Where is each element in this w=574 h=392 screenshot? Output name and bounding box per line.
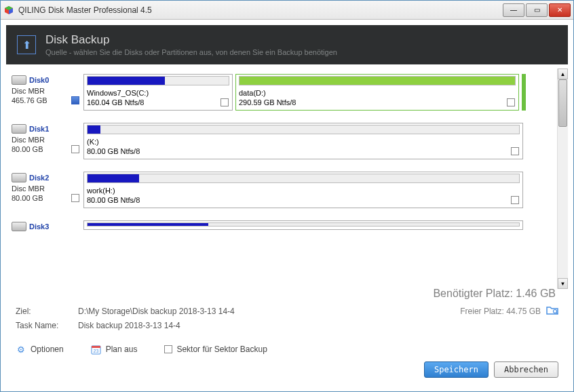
partition-checkbox[interactable]: [511, 196, 519, 204]
app-window: QILING Disk Master Professional 4.5 — ▭ …: [0, 0, 574, 392]
disk-info: Disk0Disc MBR465.76 GB: [12, 74, 79, 111]
partition-label: work(H:): [87, 186, 520, 195]
partition-usage-bar: [87, 125, 520, 134]
disk-type: Disc MBR: [12, 86, 79, 96]
content: ⬆ Disk Backup Quelle - wählen Sie die Di…: [1, 20, 573, 391]
disk-name: Disk1: [29, 125, 49, 133]
checkbox-icon: [164, 345, 172, 353]
disk-name: Disk0: [29, 76, 49, 84]
disk-checkbox[interactable]: [71, 145, 79, 153]
app-icon: [3, 5, 14, 16]
disk-list-wrap: Disk0Disc MBR465.76 GBWindows7_OS(C:)160…: [6, 68, 568, 289]
partition-label: Windows7_OS(C:): [87, 88, 229, 98]
minimize-button[interactable]: —: [503, 3, 524, 17]
ziel-label: Ziel:: [16, 307, 78, 316]
partition-checkbox[interactable]: [507, 98, 515, 106]
options-link[interactable]: ⚙ Optionen: [16, 344, 64, 355]
partition[interactable]: data(D:)290.59 GB Ntfs/8: [235, 74, 519, 111]
task-value[interactable]: Disk backup 2018-3-13 14-4: [78, 321, 558, 330]
disk-name: Disk2: [29, 174, 49, 182]
task-label: Task Name:: [16, 321, 78, 330]
backup-icon: ⬆: [17, 35, 36, 54]
disk-size: 80.00 GB: [12, 144, 43, 154]
disk-info: Disk2Disc MBR80.00 GB: [12, 172, 79, 208]
partition-list: [83, 220, 557, 233]
disk-type: Disc MBR: [12, 135, 79, 144]
task-row: Task Name: Disk backup 2018-3-13 14-4: [16, 321, 558, 330]
footer: Ziel: D:\My Storage\Disk backup 2018-3-1…: [6, 300, 568, 337]
svg-rect-6: [92, 346, 100, 348]
required-space-label: Benötigter Platz:: [433, 288, 512, 299]
scroll-up-button[interactable]: ▲: [558, 68, 568, 79]
browse-folder-icon[interactable]: [546, 305, 558, 317]
partition-usage-bar: [239, 76, 516, 85]
partition-meta: 80.00 GB Ntfs/8: [87, 146, 520, 156]
disk-size: 80.00 GB: [12, 193, 43, 203]
hard-disk-icon: [12, 222, 26, 231]
disk-row: Disk3: [12, 220, 557, 233]
header: ⬆ Disk Backup Quelle - wählen Sie die Di…: [6, 25, 568, 64]
disk-name: Disk3: [29, 222, 49, 231]
options-row: ⚙ Optionen 23 Plan aus Sektor für Sektor…: [6, 337, 568, 361]
disk-type: Disc MBR: [12, 184, 79, 193]
gear-icon: ⚙: [16, 344, 26, 355]
ziel-row: Ziel: D:\My Storage\Disk backup 2018-3-1…: [16, 305, 558, 317]
partition-list: Windows7_OS(C:)160.04 GB Ntfs/8data(D:)2…: [83, 74, 557, 111]
hard-disk-icon: [12, 75, 26, 85]
schedule-link[interactable]: 23 Plan aus: [91, 344, 138, 355]
partition-usage-bar: [87, 174, 520, 183]
partition[interactable]: (K:)80.00 GB Ntfs/8: [83, 123, 523, 159]
titlebar: QILING Disk Master Professional 4.5 — ▭ …: [1, 1, 573, 20]
page-subtitle: Quelle - wählen Sie die Disks oder Parti…: [45, 48, 337, 56]
save-button[interactable]: Speichern: [424, 361, 489, 378]
calendar-icon: 23: [91, 344, 102, 355]
required-space-row: Benötigter Platz: 1.46 GB: [6, 288, 568, 300]
partition-checkbox[interactable]: [511, 147, 519, 155]
disk-size: 465.76 GB: [12, 96, 47, 105]
svg-point-3: [554, 310, 557, 313]
partition-list: work(H:)80.00 GB Ntfs/8: [83, 172, 557, 208]
disk-row: Disk2Disc MBR80.00 GBwork(H:)80.00 GB Nt…: [12, 172, 557, 208]
scrollbar[interactable]: ▲ ▼: [557, 68, 568, 289]
button-row: Speichern Abbrechen: [6, 361, 568, 386]
partition[interactable]: [83, 220, 523, 230]
disk-list: Disk0Disc MBR465.76 GBWindows7_OS(C:)160…: [6, 68, 557, 289]
partition-usage-bar: [87, 222, 520, 227]
hard-disk-icon: [12, 173, 26, 182]
maximize-button[interactable]: ▭: [526, 3, 548, 17]
scrollbar-thumb[interactable]: [558, 79, 567, 127]
disk-row: Disk0Disc MBR465.76 GBWindows7_OS(C:)160…: [12, 74, 557, 111]
disk-info: Disk3: [12, 220, 79, 233]
disk-checkbox[interactable]: [71, 96, 79, 104]
partition-tiny[interactable]: [522, 74, 526, 111]
disk-checkbox[interactable]: [71, 194, 79, 202]
partition-checkbox[interactable]: [221, 98, 229, 106]
partition-meta: 80.00 GB Ntfs/8: [87, 195, 520, 205]
hard-disk-icon: [12, 124, 26, 134]
cancel-button[interactable]: Abbrechen: [494, 361, 558, 378]
svg-text:23: 23: [94, 349, 99, 353]
partition[interactable]: work(H:)80.00 GB Ntfs/8: [83, 172, 523, 208]
window-controls: — ▭ ✕: [501, 3, 571, 17]
page-title: Disk Backup: [45, 33, 337, 47]
disk-row: Disk1Disc MBR80.00 GB(K:)80.00 GB Ntfs/8: [12, 123, 557, 159]
partition-usage-bar: [87, 76, 229, 85]
free-space: Freier Platz: 44.75 GB: [460, 307, 541, 316]
partition[interactable]: Windows7_OS(C:)160.04 GB Ntfs/8: [83, 74, 233, 111]
close-button[interactable]: ✕: [549, 3, 571, 17]
disk-info: Disk1Disc MBR80.00 GB: [12, 123, 79, 159]
partition-meta: 160.04 GB Ntfs/8: [87, 98, 229, 107]
sector-backup-checkbox[interactable]: Sektor für Sektor Backup: [164, 345, 267, 354]
ziel-value[interactable]: D:\My Storage\Disk backup 2018-3-13 14-4: [78, 307, 460, 316]
titlebar-text: QILING Disk Master Professional 4.5: [18, 5, 501, 15]
scrollbar-track[interactable]: [558, 79, 568, 278]
partition-label: data(D:): [239, 88, 516, 98]
required-space-value: 1.46 GB: [516, 288, 556, 299]
partition-list: (K:)80.00 GB Ntfs/8: [83, 123, 557, 159]
partition-label: (K:): [87, 137, 520, 146]
partition-meta: 290.59 GB Ntfs/8: [239, 98, 516, 107]
